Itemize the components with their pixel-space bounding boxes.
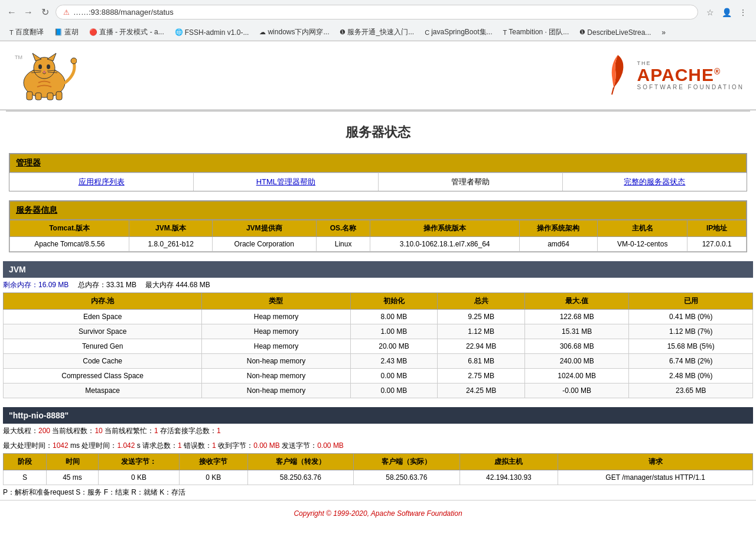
jvm-row: Tenured GenHeap memory20.00 MB22.94 MB30… <box>4 339 753 354</box>
manager-link-admin-help: 管理者帮助 <box>379 173 563 191</box>
teambition-icon: T <box>503 29 507 36</box>
col-client-real: 客户端（实际） <box>354 454 460 470</box>
describe-icon: ❶ <box>579 28 585 36</box>
back-button[interactable]: ← <box>6 6 18 18</box>
cell-os-arch: amd64 <box>519 237 597 252</box>
col-jvm: JVM.版本 <box>129 220 212 237</box>
page-title: 服务器状态 <box>0 112 756 153</box>
star-button[interactable]: ☆ <box>703 5 717 20</box>
browser-toolbar: ← → ↻ ⚠ ……:93:8888/manager/status ☆ 👤 ⋮ <box>0 0 756 24</box>
bookmark-describe[interactable]: ❶ DescribeLiveStrea... <box>576 27 654 38</box>
col-total: 总共 <box>438 293 525 310</box>
manager-links: 应用程序列表 HTML管理器帮助 管理者帮助 完整的服务器状态 <box>9 173 747 191</box>
fssh-icon: 🌐 <box>175 28 183 36</box>
reload-button[interactable]: ↻ <box>39 6 51 18</box>
manager-link-html-help[interactable]: HTML管理器帮助 <box>194 173 378 191</box>
page-footer: Copyright © 1999-2020, Apache Software F… <box>0 500 756 526</box>
svg-rect-14 <box>47 93 53 100</box>
svg-point-6 <box>47 64 50 69</box>
bookmark-service[interactable]: ❶ 服务开通_快速入门... <box>336 26 418 38</box>
stage-row: S45 ms0 KB0 KB58.250.63.7658.250.63.7642… <box>4 470 753 485</box>
cell-jvm-vendor: Oracle Corporation <box>212 237 316 252</box>
col-os-name: OS.名称 <box>316 220 370 237</box>
page-content: TM <box>0 41 756 526</box>
svg-line-17 <box>612 87 614 95</box>
browser-chrome: ← → ↻ ⚠ ……:93:8888/manager/status ☆ 👤 ⋮ … <box>0 0 756 41</box>
menu-button[interactable]: ⋮ <box>736 5 750 20</box>
bookmark-spring[interactable]: C javaSpringBoot集... <box>421 26 496 38</box>
svg-point-16 <box>71 58 77 64</box>
connector-info1: 最大线程：200 当前线程数：10 当前线程繁忙：1 存活套接字总数：1 <box>3 424 753 438</box>
windows-icon: ☁ <box>259 28 266 36</box>
col-stage: 阶段 <box>4 454 47 470</box>
apache-logo: THE APACHE® SOFTWARE FOUNDATION <box>605 52 744 99</box>
bookmark-lahu[interactable]: 📘 蓝胡 <box>51 26 82 38</box>
apache-name: APACHE® <box>637 66 744 84</box>
col-ip: IP地址 <box>687 220 747 237</box>
jvm-row: Survivor SpaceHeap memory1.00 MB1.12 MB1… <box>4 324 753 339</box>
col-os-arch: 操作系统架构 <box>519 220 597 237</box>
tomcat-svg: TM <box>12 50 77 100</box>
tomcat-logo: TM <box>12 50 77 100</box>
spring-icon: C <box>425 29 429 36</box>
col-os-version: 操作系统版本 <box>370 220 519 237</box>
col-memory-pool: 内存.池 <box>4 293 202 310</box>
jvm-header: JVM <box>3 261 753 278</box>
content-wrapper: 管理器 应用程序列表 HTML管理器帮助 管理者帮助 完整的服务器状态 <box>0 153 756 500</box>
bookmark-live[interactable]: 🔴 直播 - 开发模式 - a... <box>86 26 168 38</box>
bookmark-teambition[interactable]: T Teambition · 团队... <box>500 26 573 38</box>
server-info-table: Tomcat.版本 JVM.版本 JVM提供商 OS.名称 操作系统版本 操作系… <box>9 220 747 252</box>
forward-button[interactable]: → <box>22 6 34 18</box>
manager-section: 管理器 应用程序列表 HTML管理器帮助 管理者帮助 完整的服务器状态 <box>9 153 747 191</box>
cell-hostname: VM-0-12-centos <box>598 237 687 252</box>
page-header: TM <box>0 41 756 110</box>
col-type: 类型 <box>202 293 350 310</box>
col-used: 已用 <box>629 293 753 310</box>
cell-os-version: 3.10.0-1062.18.1.el7.x86_64 <box>370 237 519 252</box>
col-recv: 接收字节 <box>180 454 248 470</box>
col-sent: 发送字节： <box>99 454 180 470</box>
connector-header: "http-nio-8888" <box>3 407 753 424</box>
col-time: 时间 <box>46 454 98 470</box>
apache-feather-svg <box>605 52 631 99</box>
col-vhost: 虚拟主机 <box>460 454 558 470</box>
stage-header-row: 阶段 时间 发送字节： 接收字节 客户端（转发） 客户端（实际） 虚拟主机 请求 <box>4 454 753 470</box>
jvm-row: Compressed Class SpaceNon-heap memory0.0… <box>4 369 753 384</box>
jvm-table: 内存.池 类型 初始化 总共 最大.值 已用 Eden SpaceHeap me… <box>3 292 753 398</box>
connector-section: "http-nio-8888" 最大线程：200 当前线程数：10 当前线程繁忙… <box>3 407 753 500</box>
url-text: ……:93:8888/manager/status <box>73 8 690 17</box>
svg-rect-15 <box>56 92 62 100</box>
server-info-row: Apache Tomcat/8.5.56 1.8.0_261-b12 Oracl… <box>10 237 747 252</box>
manager-link-full-status[interactable]: 完整的服务器状态 <box>563 173 747 191</box>
translate-icon: T <box>9 29 14 36</box>
cell-tomcat-version: Apache Tomcat/8.5.56 <box>10 237 129 252</box>
col-max: 最大.值 <box>524 293 628 310</box>
jvm-section: JVM 剩余内存：16.09 MB 总内存：33.31 MB 最大内存 444.… <box>3 261 753 398</box>
cell-jvm-version: 1.8.0_261-b12 <box>129 237 212 252</box>
free-memory-link[interactable]: 剩余内存：16.09 MB <box>3 281 69 289</box>
lahu-icon: 📘 <box>54 28 63 36</box>
bookmark-more[interactable]: » <box>658 27 669 38</box>
col-request: 请求 <box>558 454 753 470</box>
memory-info: 剩余内存：16.09 MB 总内存：33.31 MB 最大内存 444.68 M… <box>3 278 753 292</box>
jvm-row: Eden SpaceHeap memory8.00 MB9.25 MB122.6… <box>4 310 753 324</box>
service-icon: ❶ <box>340 28 346 36</box>
bookmark-fssh[interactable]: 🌐 FSSH-admin v1.0-... <box>171 27 253 38</box>
bookmark-translate[interactable]: T 百度翻译 <box>6 26 47 38</box>
legend: P：解析和准备request S：服务 F：结束 R：就绪 K：存活 <box>3 485 753 500</box>
svg-rect-13 <box>35 93 41 100</box>
jvm-row: Code CacheNon-heap memory2.43 MB6.81 MB2… <box>4 354 753 369</box>
server-info-header-row: Tomcat.版本 JVM.版本 JVM提供商 OS.名称 操作系统版本 操作系… <box>10 220 747 237</box>
manager-link-apps[interactable]: 应用程序列表 <box>9 173 194 191</box>
browser-actions: ☆ 👤 ⋮ <box>703 5 750 20</box>
col-jvm-vendor: JVM提供商 <box>212 220 316 237</box>
svg-point-5 <box>38 64 42 69</box>
col-hostname: 主机名 <box>598 220 687 237</box>
profile-button[interactable]: 👤 <box>719 5 734 20</box>
col-client-fwd: 客户端（转发） <box>247 454 354 470</box>
bookmark-windows[interactable]: ☁ windows下内网穿... <box>256 26 333 38</box>
cell-ip: 127.0.0.1 <box>687 237 747 252</box>
col-tomcat: Tomcat.版本 <box>10 220 129 237</box>
manager-section-header: 管理器 <box>9 154 747 173</box>
address-bar[interactable]: ⚠ ……:93:8888/manager/status <box>56 5 698 20</box>
